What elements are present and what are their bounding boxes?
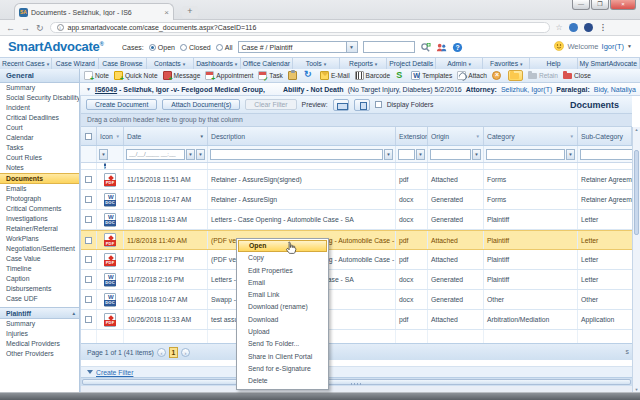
category-filter-funnel-icon[interactable]: ▼ <box>566 149 575 160</box>
toolbar-button[interactable] <box>395 71 406 80</box>
profile-icon[interactable] <box>584 23 593 32</box>
sidebar-item[interactable]: Medical Providers <box>0 339 79 349</box>
context-menu-item[interactable]: Edit Properties <box>238 265 327 277</box>
help-icon[interactable]: ? <box>452 42 463 53</box>
horizontal-scrollbar-thumb[interactable] <box>82 379 631 385</box>
extension-filter-input[interactable] <box>398 149 415 160</box>
menu-item[interactable]: My SmartAdvocate <box>578 58 640 69</box>
advanced-search-icon[interactable] <box>420 42 431 53</box>
context-menu-item[interactable]: Copy <box>238 252 327 264</box>
sidebar-item[interactable]: Tasks <box>0 143 79 153</box>
icon-filter-icon[interactable]: ▼ <box>99 149 108 160</box>
forward-icon[interactable]: → <box>21 22 30 34</box>
row-checkbox[interactable] <box>85 256 92 263</box>
origin-filter-input[interactable] <box>430 149 471 160</box>
context-menu-item[interactable]: Send for e-Signature <box>238 363 327 375</box>
sidebar-item[interactable]: Photograph <box>0 194 79 204</box>
sidebar-item[interactable]: Emails <box>0 184 79 194</box>
toolbar-button[interactable]: Barcode <box>355 71 391 80</box>
user-menu[interactable]: Welcome Igor(T) ▼ <box>554 41 632 51</box>
sidebar-item[interactable]: Disbursements <box>0 284 79 294</box>
toolbar-button[interactable]: Templates <box>411 71 452 80</box>
context-menu-item[interactable]: Email Link <box>238 289 327 301</box>
toolbar-button[interactable]: Retain <box>528 71 558 80</box>
menu-item[interactable]: Office Calendar <box>241 58 293 69</box>
display-folders-checkbox[interactable] <box>375 101 382 108</box>
row-checkbox[interactable] <box>85 216 92 223</box>
browser-menu-icon[interactable]: ⋮ <box>599 23 607 32</box>
sidebar-item[interactable]: Timeline <box>0 264 79 274</box>
row-checkbox[interactable] <box>85 296 92 303</box>
sidebar-item[interactable]: Social Security Disability <box>0 93 79 103</box>
case-number-link[interactable]: IS6049 <box>95 86 117 93</box>
toolbar-button[interactable] <box>304 71 315 80</box>
context-menu-item[interactable]: Send To Folder... <box>238 338 327 350</box>
row-checkbox[interactable] <box>85 176 92 183</box>
menu-item[interactable]: Case Wizard <box>52 58 99 69</box>
next-page-icon[interactable]: › <box>181 348 190 357</box>
sidebar-item[interactable]: Case Value <box>0 254 79 264</box>
description-filter-funnel-icon[interactable]: ▼ <box>384 149 393 160</box>
contact-search-icon[interactable] <box>436 42 447 53</box>
site-info-icon[interactable]: i <box>57 24 64 31</box>
category-filter-input[interactable] <box>486 149 565 160</box>
sidebar-item[interactable]: Incident <box>0 103 79 113</box>
case-status-radio[interactable]: All <box>216 44 233 51</box>
create-document-button[interactable]: Create Document <box>86 99 157 110</box>
sidebar-item[interactable]: Notes <box>0 163 79 173</box>
sidebar-item[interactable]: WorkPlans <box>0 234 79 244</box>
toolbar-button[interactable] <box>492 71 503 80</box>
table-row[interactable]: 11/6/2018 10:47 AM Swapp - docx Generate… <box>81 290 632 310</box>
toolbar-button[interactable]: Task <box>258 71 283 80</box>
case-status-radio[interactable]: Closed <box>180 44 211 51</box>
vertical-scrollbar[interactable]: ▲ ▼ <box>632 127 640 392</box>
radio-icon[interactable] <box>149 44 156 51</box>
address-bar[interactable]: i app.smartadvocate.com/case_documents.a… <box>50 22 550 33</box>
sidebar-item[interactable]: Investigations <box>0 214 79 224</box>
context-menu-item[interactable]: Download (rename) <box>238 301 327 313</box>
sidebar-item[interactable]: Caption <box>0 274 79 284</box>
sidebar-item[interactable]: Summary <box>0 319 79 329</box>
sidebar-item[interactable]: Negotiation/Settlement <box>0 244 79 254</box>
menu-item[interactable]: Favorites <box>483 58 530 69</box>
description-filter-input[interactable] <box>210 149 383 160</box>
sidebar-item[interactable]: Retainer/Referral <box>0 224 79 234</box>
browser-tab[interactable]: SA Documents - Selizhuk, Igor - IS6 × <box>14 3 174 20</box>
sidebar-item[interactable]: Court Rules <box>0 153 79 163</box>
sidebar-item[interactable]: Court <box>0 123 79 133</box>
case-status-radio[interactable]: Open <box>149 44 175 51</box>
cell-description[interactable]: Retainer - AssureSign(signed) <box>208 170 396 189</box>
select-all-checkbox[interactable] <box>81 127 97 145</box>
table-row[interactable]: 11/7/2018 2:17 PM (PDF version of) Lette… <box>81 250 632 270</box>
bookmark-icon[interactable]: ☆ <box>556 23 563 32</box>
table-row[interactable]: 11/8/2018 11:43 AM Letters - Case Openin… <box>81 210 632 230</box>
cell-description[interactable]: Letters - Case Opening - Automobile Case… <box>208 210 396 229</box>
toolbar-button[interactable]: Quick Note <box>114 71 158 80</box>
menu-item[interactable]: Admin <box>436 58 483 69</box>
subcategory-filter-input[interactable] <box>580 149 640 160</box>
menu-item[interactable]: Tools <box>293 58 340 69</box>
attorney-name[interactable]: Selizhuk, Igor(T) <box>501 86 552 93</box>
toolbar-button[interactable]: E-Mail <box>320 71 350 80</box>
preview-horizontal-button[interactable] <box>333 99 349 111</box>
context-menu-item[interactable]: Download <box>238 314 327 326</box>
reload-icon[interactable]: ↻ <box>36 22 44 34</box>
extension-filter-funnel-icon[interactable]: ▼ <box>416 149 425 160</box>
window-restore-button[interactable]: ❐ <box>591 0 609 10</box>
row-checkbox[interactable] <box>85 196 92 203</box>
window-minimize-button[interactable]: — <box>572 0 590 10</box>
row-checkbox[interactable] <box>85 237 92 244</box>
sidebar-item[interactable]: Summary <box>0 83 79 93</box>
row-checkbox[interactable] <box>85 276 92 283</box>
menu-item[interactable]: Case Browse <box>99 58 146 69</box>
context-menu-item[interactable]: Open <box>238 240 327 252</box>
group-by-bar[interactable]: Drag a column header here to group by th… <box>81 114 632 127</box>
scroll-up-icon[interactable]: ▲ <box>633 127 640 132</box>
column-header[interactable]: Date <box>124 127 208 145</box>
toolbar-button[interactable]: Note <box>84 71 109 80</box>
search-type-dropdown[interactable]: Case # / Plaintiff ▼ <box>238 41 358 53</box>
toolbar-button[interactable]: Attach <box>457 71 487 80</box>
column-header[interactable]: Origin <box>428 127 484 145</box>
date-filter-input[interactable] <box>126 149 185 160</box>
table-row[interactable]: 11/15/2018 11:51 AM Retainer - AssureSig… <box>81 170 632 190</box>
